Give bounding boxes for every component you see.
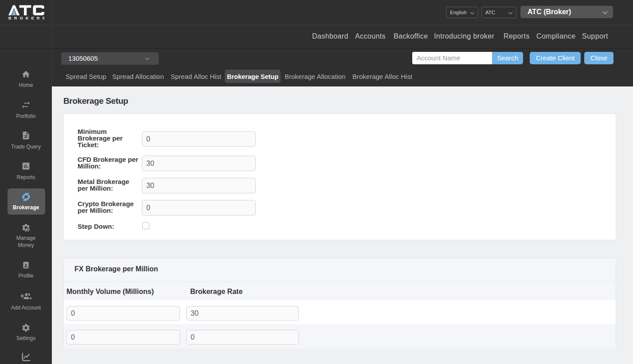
svg-text:BROKERS: BROKERS: [8, 16, 44, 20]
svg-text:$: $: [27, 228, 29, 231]
